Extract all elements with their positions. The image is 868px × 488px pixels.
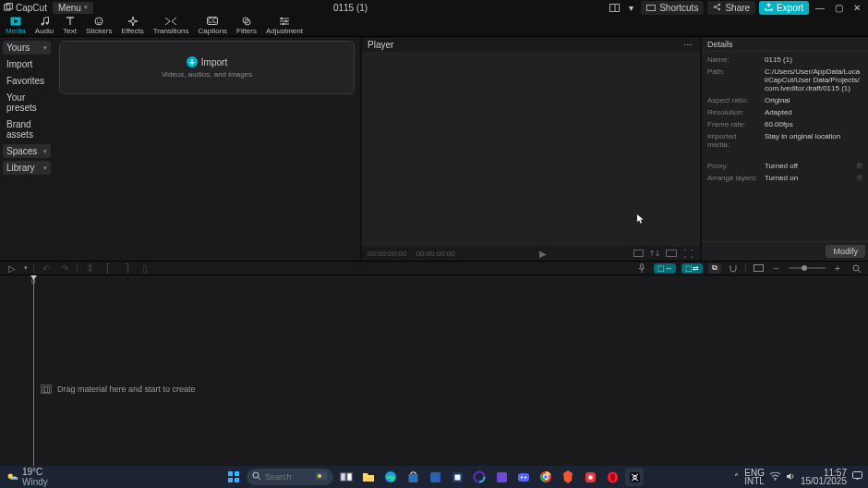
settings-icon[interactable]: ⚙ — [853, 174, 862, 182]
tray-clock[interactable]: 11:57 15/01/2025 — [801, 469, 847, 485]
taskbar-purple-app[interactable] — [492, 468, 511, 486]
ribbon-captions[interactable]: cc Captions — [199, 17, 228, 35]
chevron-down-icon[interactable]: ▾ — [24, 264, 28, 272]
settings-icon[interactable]: ⚙ — [853, 162, 862, 170]
tray-chevron-icon[interactable]: ˄ — [734, 472, 739, 482]
share-button[interactable]: Share — [707, 1, 755, 15]
player-stage[interactable] — [362, 52, 700, 246]
taskbar-edge[interactable] — [381, 468, 400, 486]
zoom-fit-icon[interactable] — [850, 262, 862, 274]
shortcuts-button[interactable]: Shortcuts — [641, 1, 704, 15]
modify-button[interactable]: Modify — [826, 245, 865, 258]
zoom-slider[interactable] — [789, 267, 826, 269]
svg-rect-43 — [347, 473, 352, 481]
pointer-tool-icon[interactable]: ▷ — [6, 262, 18, 274]
keyboard-icon — [646, 3, 656, 13]
weather-temp: 19°C — [22, 467, 48, 477]
ribbon-filters-label: Filters — [236, 27, 257, 35]
ribbon-stickers[interactable]: Stickers — [86, 17, 112, 35]
ribbon-audio[interactable]: Audio — [35, 17, 54, 35]
magnet-main-toggle[interactable]: ⬚↔ — [654, 263, 676, 274]
fullscreen-icon[interactable] — [681, 248, 694, 259]
preview-toggle-icon[interactable] — [752, 262, 765, 274]
wifi-icon[interactable] — [770, 472, 780, 482]
menu-button[interactable]: Menu ▾ — [53, 2, 93, 14]
close-button[interactable]: ✕ — [850, 3, 864, 13]
delete-left-icon[interactable]: ⎡ — [102, 262, 115, 274]
link-toggle[interactable]: ⧉ — [708, 263, 721, 274]
taskbar-explorer[interactable] — [359, 468, 378, 486]
zoom-in-icon[interactable]: + — [831, 262, 844, 274]
taskbar-weather[interactable]: 19°C Windy — [6, 467, 48, 487]
taskbar-app-blue[interactable] — [426, 468, 444, 486]
share-label: Share — [725, 3, 750, 13]
sidebar-item-presets[interactable]: Your presets — [3, 91, 51, 115]
sidebar-item-spaces[interactable]: Spaces▾ — [3, 144, 51, 158]
lang2: INTL — [744, 477, 765, 485]
ribbon-transitions[interactable]: Transitions — [153, 17, 189, 35]
timeline-hint: Drag material here and start to create — [41, 384, 196, 394]
dropdown-icon[interactable]: ▾ — [624, 1, 637, 14]
player-menu-icon[interactable]: ⋯ — [681, 38, 694, 51]
sidebar-item-yours[interactable]: Yours▾ — [3, 41, 51, 55]
taskbar-right: ˄ ENG INTL 11:57 15/01/2025 — [734, 469, 862, 485]
taskbar-store[interactable] — [404, 468, 422, 486]
notifications-icon[interactable] — [852, 471, 862, 482]
compare-icon[interactable] — [648, 248, 661, 259]
taskbar-brave[interactable] — [559, 468, 577, 486]
sidebar-item-library[interactable]: Library▾ — [3, 161, 51, 175]
taskbar-rainbow-circle[interactable] — [470, 468, 488, 486]
sidebar-item-import[interactable]: Import — [3, 57, 51, 71]
separator — [33, 263, 34, 273]
playhead[interactable] — [33, 277, 34, 466]
detail-value: Adapted — [765, 108, 862, 116]
taskbar-search-input[interactable] — [265, 472, 311, 482]
export-button[interactable]: Export — [759, 1, 809, 15]
layout-toggle-icon[interactable] — [608, 1, 621, 14]
ribbon-text[interactable]: Text — [63, 17, 77, 35]
svg-rect-64 — [853, 472, 862, 479]
ribbon-adjustment[interactable]: Adjustment — [266, 17, 303, 35]
sidebar-item-label: Spaces — [6, 146, 37, 156]
taskbar-opera[interactable] — [603, 468, 621, 486]
sidebar-item-brand[interactable]: Brand assets — [3, 117, 51, 141]
delete-icon[interactable]: ▯ — [139, 262, 151, 274]
ribbon-filters[interactable]: Filters — [236, 17, 257, 35]
taskbar-taskview[interactable] — [337, 468, 356, 486]
aspect-ratio-icon[interactable] — [632, 248, 645, 259]
undo-icon[interactable]: ↶ — [40, 262, 53, 274]
timeline-canvas[interactable]: 0 Drag material here and start to create — [0, 275, 868, 471]
minimize-button[interactable]: — — [813, 3, 827, 13]
snap-icon[interactable] — [727, 262, 740, 274]
start-button[interactable] — [224, 468, 243, 486]
taskbar-discord[interactable] — [514, 468, 533, 486]
split-icon[interactable] — [83, 262, 96, 274]
tray-lang[interactable]: ENG INTL — [744, 469, 765, 485]
svg-point-16 — [100, 19, 101, 20]
player-controls: 00:00:00:00 00:00:00:00 ▶ — [362, 246, 700, 261]
svg-line-29 — [858, 270, 861, 273]
svg-rect-37 — [235, 478, 239, 482]
ratio-box-icon[interactable] — [665, 248, 678, 259]
import-dropzone[interactable]: + Import Videos, audios, and images — [59, 41, 355, 94]
import-subtitle: Videos, audios, and images — [162, 70, 252, 79]
captions-icon: cc — [206, 17, 219, 26]
zoom-out-icon[interactable]: − — [770, 262, 783, 274]
taskbar-capcut[interactable] — [625, 468, 644, 486]
maximize-button[interactable]: ▢ — [831, 3, 846, 13]
taskbar-app-navy[interactable] — [448, 468, 466, 486]
sidebar-item-label: Brand assets — [6, 119, 47, 140]
volume-icon[interactable] — [786, 472, 795, 482]
taskbar-chrome[interactable] — [536, 468, 555, 486]
magnet-track-toggle[interactable]: ⬚⇄ — [681, 263, 703, 274]
player-header-label: Player — [368, 40, 393, 50]
sidebar-item-favorites[interactable]: Favorites — [3, 74, 51, 88]
ribbon-effects[interactable]: Effects — [121, 17, 143, 35]
mic-icon[interactable] — [635, 262, 648, 274]
ribbon-media[interactable]: Media — [6, 17, 26, 35]
delete-right-icon[interactable]: ⎤ — [120, 262, 133, 274]
play-button[interactable]: ▶ — [536, 248, 549, 259]
taskbar-red-app[interactable] — [581, 468, 599, 486]
taskbar-search[interactable] — [247, 469, 333, 485]
redo-icon[interactable]: ↷ — [58, 262, 71, 274]
